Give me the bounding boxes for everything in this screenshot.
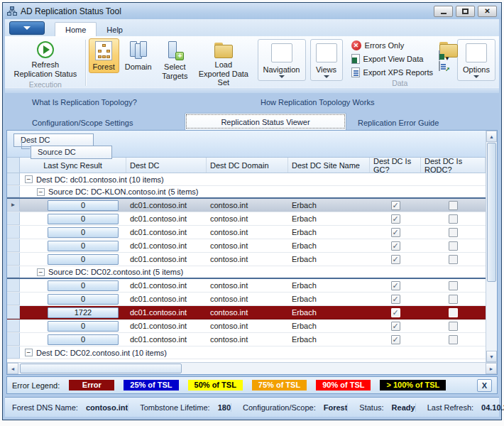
sync-result-value[interactable]: 1722 [48, 307, 119, 318]
what-is-replication-topology-link[interactable]: What Is Replication Topology? [32, 98, 137, 106]
rodc-checkbox[interactable] [449, 322, 458, 331]
row-header-cell[interactable] [7, 293, 20, 305]
close-button[interactable]: ✕ [478, 6, 497, 17]
rodc-checkbox[interactable] [449, 308, 458, 317]
rodc-checkbox[interactable] [449, 241, 458, 251]
scroll-right-button[interactable]: ► [486, 363, 497, 374]
rodc-checkbox[interactable] [449, 335, 458, 344]
row-header-cell[interactable] [7, 226, 20, 239]
export-view-mini-button[interactable]: ▼ [439, 51, 450, 62]
row-header-cell[interactable] [7, 346, 20, 359]
navigation-dropdown-button[interactable]: Navigation [258, 39, 306, 81]
load-exported-data-set-button[interactable]: Load Exported Data Set [194, 38, 253, 89]
tab-replication-status-viewer[interactable]: Replication Status Viewer [185, 113, 346, 130]
source-dc-group-row[interactable]: −Source DC: DC02.contoso.int (5 items) [7, 266, 486, 279]
collapse-icon[interactable]: − [25, 175, 33, 183]
table-row[interactable]: 0dc01.contoso.intcontoso.intErbach✓ [7, 293, 486, 306]
column-header-5[interactable]: Dest DC Is RODC? [421, 158, 486, 173]
vertical-scrollbar[interactable]: ▲ ▼ [486, 131, 497, 362]
horizontal-scroll-thumb[interactable] [20, 364, 182, 373]
gc-checkbox[interactable]: ✓ [391, 281, 400, 290]
row-header-cell[interactable] [7, 253, 20, 266]
gc-checkbox[interactable]: ✓ [391, 308, 400, 317]
app-menu-button[interactable] [9, 21, 45, 35]
horizontal-scrollbar[interactable]: ◄ ► [7, 362, 497, 374]
maximize-button[interactable] [456, 6, 475, 17]
rodc-checkbox[interactable] [449, 281, 458, 290]
tab-configuration-scope-settings[interactable]: Configuration/Scope Settings [32, 119, 133, 127]
table-row[interactable]: 0dc01.contoso.intcontoso.intErbach✓ [7, 253, 486, 266]
scroll-up-button[interactable]: ▲ [486, 131, 497, 142]
vertical-scroll-thumb[interactable] [487, 143, 496, 282]
select-targets-button[interactable]: + Select Targets [158, 38, 193, 82]
sync-result-value[interactable]: 0 [48, 214, 119, 224]
table-row[interactable]: 0dc01.contoso.intcontoso.intErbach✓ [7, 333, 486, 346]
table-row[interactable]: 1722dc01.contoso.intcontoso.intErbach✓ [7, 306, 486, 320]
row-header-cell[interactable] [7, 306, 20, 319]
source-dc-group-row[interactable]: −Source DC: DC-KLON.contoso.int (5 items… [7, 186, 486, 199]
refresh-replication-status-button[interactable]: Refresh Replication Status [9, 38, 82, 80]
minimize-button[interactable] [434, 6, 453, 17]
scroll-down-button[interactable]: ▼ [486, 351, 497, 362]
gc-checkbox[interactable]: ✓ [391, 322, 400, 331]
forest-button[interactable]: Forest [89, 38, 119, 73]
row-header-cell[interactable] [7, 173, 20, 185]
row-header-cell[interactable] [7, 239, 20, 252]
views-dropdown-button[interactable]: Views [310, 39, 343, 81]
rodc-checkbox[interactable] [449, 228, 458, 237]
table-row[interactable]: 0dc01.contoso.intcontoso.intErbach✓ [7, 320, 486, 333]
gc-checkbox[interactable]: ✓ [391, 335, 400, 344]
table-row[interactable]: 0dc01.contoso.intcontoso.intErbach✓ [7, 279, 486, 293]
gc-checkbox[interactable]: ✓ [391, 228, 400, 237]
row-header-cell[interactable] [7, 212, 20, 225]
sync-result-value[interactable]: 0 [48, 280, 119, 291]
gc-checkbox[interactable]: ✓ [391, 214, 400, 224]
rodc-checkbox[interactable] [449, 255, 458, 264]
export-view-data-button[interactable]: Export View Data [350, 53, 434, 65]
column-header-3[interactable]: Dest DC Site Name [288, 158, 370, 173]
group-by-chip-source-dc[interactable]: Source DC [31, 146, 112, 159]
row-header-cell[interactable] [7, 279, 20, 292]
export-xps-mini-button[interactable]: ➚ [439, 62, 450, 72]
table-row[interactable]: 0dc01.contoso.intcontoso.intErbach✓ [7, 226, 486, 239]
options-dropdown-button[interactable]: Options [457, 39, 495, 81]
sync-result-value[interactable]: 0 [48, 294, 119, 305]
column-header-4[interactable]: Dest DC Is GC? [370, 158, 421, 173]
gc-checkbox[interactable]: ✓ [391, 201, 400, 210]
row-header-cell[interactable] [7, 186, 20, 197]
table-row[interactable]: ►0dc01.contoso.intcontoso.intErbach✓ [7, 199, 486, 212]
rodc-checkbox[interactable] [449, 214, 458, 224]
sync-result-value[interactable]: 0 [48, 321, 119, 332]
column-header-2[interactable]: Dest DC Domain [207, 158, 288, 173]
row-header-cell[interactable] [7, 320, 20, 332]
row-header-cell[interactable] [7, 333, 20, 346]
export-xps-reports-button[interactable]: Export XPS Reports [350, 67, 434, 78]
table-row[interactable]: 0dc01.contoso.intcontoso.intErbach✓ [7, 239, 486, 253]
scroll-left-button[interactable]: ◄ [7, 363, 18, 374]
rodc-checkbox[interactable] [449, 201, 458, 210]
collapse-icon[interactable]: − [37, 268, 45, 276]
sync-result-value[interactable]: 0 [48, 227, 119, 238]
sync-result-value[interactable]: 0 [48, 334, 119, 345]
row-header-cell[interactable]: ► [7, 199, 20, 212]
gc-checkbox[interactable]: ✓ [391, 255, 400, 264]
how-replication-topology-works-link[interactable]: How Replication Topology Works [261, 98, 374, 106]
dest-dc-group-row[interactable]: −Dest DC: dc01.contoso.int (10 items) [7, 173, 486, 186]
collapse-icon[interactable]: − [37, 188, 45, 196]
tab-replication-error-guide[interactable]: Replication Error Guide [358, 119, 439, 127]
open-data-folder-button[interactable] [439, 40, 450, 51]
row-header-cell[interactable] [7, 266, 20, 278]
sync-result-value[interactable]: 0 [48, 254, 119, 265]
column-header-0[interactable]: Last Sync Result [20, 158, 126, 173]
sync-result-value[interactable]: 0 [48, 200, 119, 211]
domain-button[interactable]: Domain [121, 38, 156, 73]
collapse-icon[interactable]: − [25, 349, 33, 356]
ribbon-tab-help[interactable]: Help [97, 23, 133, 36]
sync-result-value[interactable]: 0 [48, 241, 119, 251]
column-header-1[interactable]: Dest DC [126, 158, 207, 173]
legend-close-button[interactable]: X [477, 379, 492, 392]
gc-checkbox[interactable]: ✓ [391, 241, 400, 251]
errors-only-button[interactable]: ✕ Errors Only [350, 40, 434, 51]
rodc-checkbox[interactable] [449, 295, 458, 304]
dest-dc-group-row[interactable]: −Dest DC: DC02.contoso.int (10 items) [7, 346, 486, 359]
